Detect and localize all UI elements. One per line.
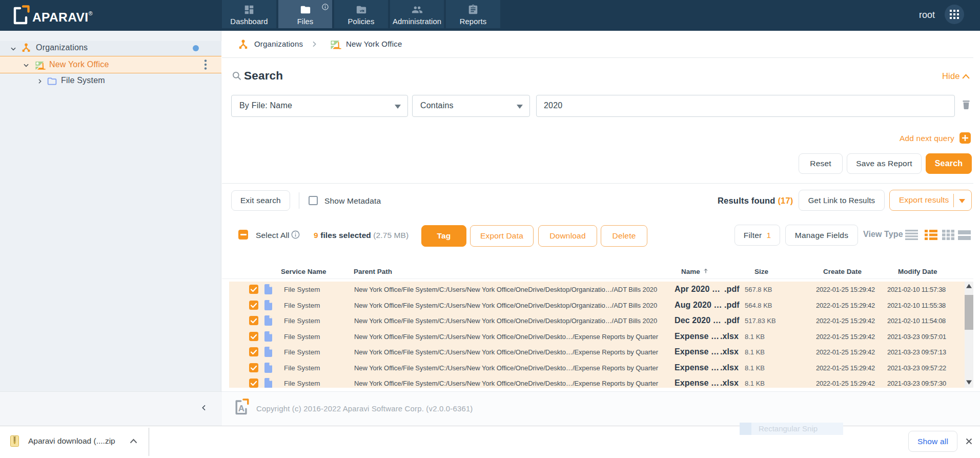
- svg-text:A: A: [238, 404, 244, 413]
